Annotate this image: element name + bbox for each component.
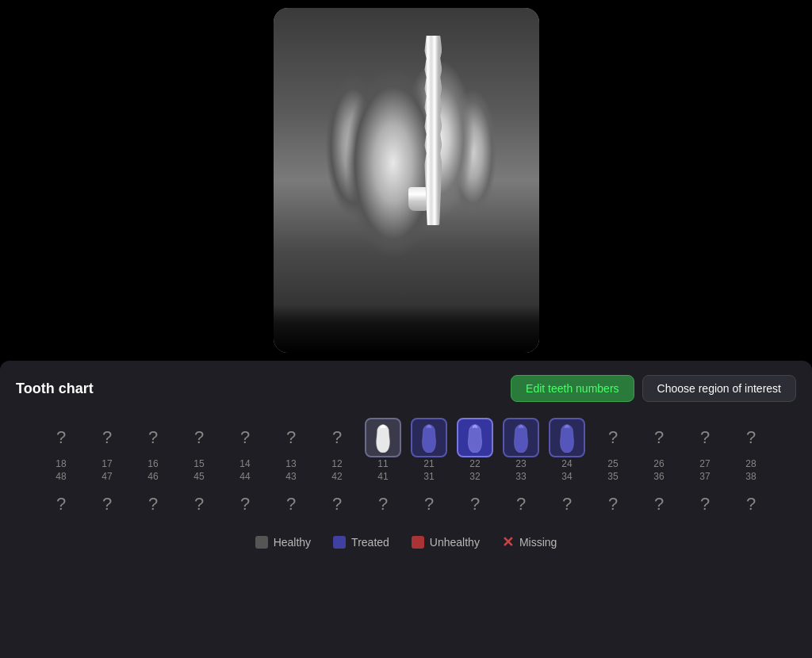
tooth-46-icon[interactable]: ? (130, 484, 176, 524)
legend-missing: ✕ Missing (502, 535, 557, 549)
legend-treated: Treated (333, 536, 389, 549)
tooth-43-icon[interactable]: ? (268, 484, 314, 524)
legend-healthy: Healthy (255, 536, 311, 549)
xray-area (0, 0, 812, 361)
tooth-17[interactable]: ? 17 (84, 418, 130, 469)
tooth-48-icon[interactable]: ? (38, 484, 84, 524)
chart-header: Tooth chart Edit teeth numbers Choose re… (16, 375, 796, 402)
tooth-15[interactable]: ? 15 (176, 418, 222, 469)
tooth-13[interactable]: ? 13 (268, 418, 314, 469)
tooth-28[interactable]: ? 28 (728, 418, 774, 469)
healthy-label: Healthy (274, 536, 311, 549)
tooth-32-num[interactable]: 32 (452, 472, 498, 481)
legend-unhealthy: Unhealthy (412, 536, 480, 549)
tooth-35-num[interactable]: 35 (590, 472, 636, 481)
tooth-36-num[interactable]: 36 (636, 472, 682, 481)
top-teeth-icons-row: ? 18 ? 17 ? 16 ? 15 ? 14 (16, 418, 796, 469)
tooth-12[interactable]: ? 12 (314, 418, 360, 469)
missing-x-icon: ✕ (502, 535, 514, 549)
tooth-14[interactable]: ? 14 (222, 418, 268, 469)
tooth-37-icon[interactable]: ? (682, 484, 728, 524)
bottom-teeth-numbers-row: 48 47 46 45 44 43 42 41 31 32 33 34 35 3… (16, 472, 796, 481)
tooth-41-num[interactable]: 41 (360, 472, 406, 481)
tooth-26[interactable]: ? 26 (636, 418, 682, 469)
tooth-36-icon[interactable]: ? (636, 484, 682, 524)
tooth-45-icon[interactable]: ? (176, 484, 222, 524)
choose-region-button[interactable]: Choose region of interest (642, 375, 796, 402)
tooth-37-num[interactable]: 37 (682, 472, 728, 481)
tooth-22-icon (464, 423, 486, 453)
tooth-43-num[interactable]: 43 (268, 472, 314, 481)
tooth-22[interactable]: 22 (452, 418, 498, 469)
tooth-chart-panel: Tooth chart Edit teeth numbers Choose re… (0, 361, 812, 658)
edit-teeth-button[interactable]: Edit teeth numbers (511, 375, 634, 402)
tooth-42-icon[interactable]: ? (314, 484, 360, 524)
tooth-34-icon[interactable]: ? (544, 484, 590, 524)
tooth-41-icon[interactable]: ? (360, 484, 406, 524)
tooth-31-icon[interactable]: ? (406, 484, 452, 524)
tooth-11-icon (372, 423, 394, 453)
tooth-38-icon[interactable]: ? (728, 484, 774, 524)
tooth-21-icon (418, 423, 440, 453)
tooth-21[interactable]: 21 (406, 418, 452, 469)
tooth-11[interactable]: 11 (360, 418, 406, 469)
header-buttons: Edit teeth numbers Choose region of inte… (511, 375, 796, 402)
tooth-34-num[interactable]: 34 (544, 472, 590, 481)
tooth-18[interactable]: ? 18 (38, 418, 84, 469)
tooth-23[interactable]: 23 (498, 418, 544, 469)
tooth-27[interactable]: ? 27 (682, 418, 728, 469)
xray-image (274, 8, 539, 353)
chart-title: Tooth chart (16, 381, 94, 397)
tooth-38-num[interactable]: 38 (728, 472, 774, 481)
missing-label: Missing (519, 536, 557, 549)
tooth-45-num[interactable]: 45 (176, 472, 222, 481)
unhealthy-label: Unhealthy (430, 536, 480, 549)
tooth-44-num[interactable]: 44 (222, 472, 268, 481)
tooth-32-icon[interactable]: ? (452, 484, 498, 524)
bottom-teeth-icons-row: ? ? ? ? ? ? ? ? ? ? ? ? ? ? ? ? (16, 484, 796, 524)
tooth-48-num[interactable]: 48 (38, 472, 84, 481)
teeth-grid: ? 18 ? 17 ? 16 ? 15 ? 14 (16, 418, 796, 524)
tooth-31-num[interactable]: 31 (406, 472, 452, 481)
xray-bottom-fade (274, 305, 539, 353)
tooth-47-num[interactable]: 47 (84, 472, 130, 481)
tooth-16[interactable]: ? 16 (130, 418, 176, 469)
crown-overlay (408, 187, 431, 211)
tooth-23-icon (510, 423, 532, 453)
tooth-47-icon[interactable]: ? (84, 484, 130, 524)
tooth-42-num[interactable]: 42 (314, 472, 360, 481)
tooth-46-num[interactable]: 46 (130, 472, 176, 481)
tooth-25[interactable]: ? 25 (590, 418, 636, 469)
tooth-33-icon[interactable]: ? (498, 484, 544, 524)
treated-label: Treated (351, 536, 389, 549)
unhealthy-dot (412, 536, 424, 549)
tooth-33-num[interactable]: 33 (498, 472, 544, 481)
healthy-dot (255, 536, 268, 549)
tooth-44-icon[interactable]: ? (222, 484, 268, 524)
tooth-24-icon (556, 423, 578, 453)
treated-dot (333, 536, 346, 549)
tooth-35-icon[interactable]: ? (590, 484, 636, 524)
tooth-24[interactable]: 24 (544, 418, 590, 469)
legend: Healthy Treated Unhealthy ✕ Missing (16, 535, 796, 549)
